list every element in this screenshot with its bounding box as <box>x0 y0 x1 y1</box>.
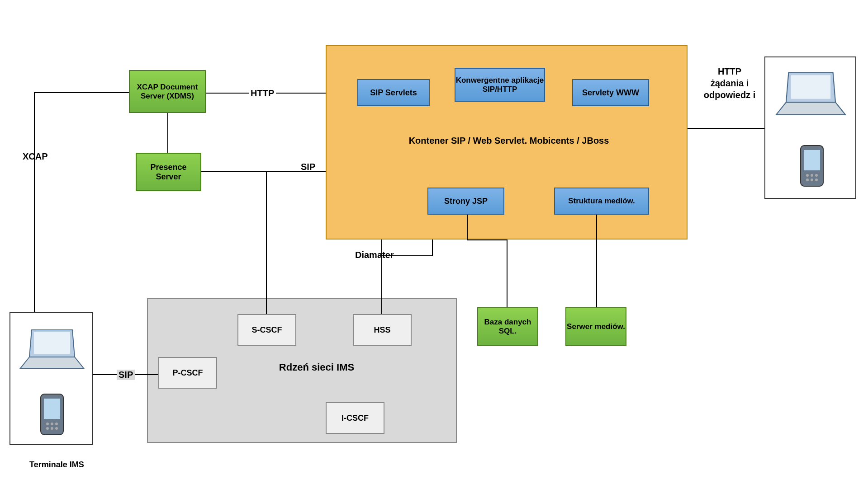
servlety-www-box: Servlety WWW <box>572 79 649 106</box>
http-zadania-label: HTTP żądania i odpowiedz i <box>700 66 759 101</box>
connector <box>467 215 468 240</box>
svg-point-7 <box>51 427 53 430</box>
svg-point-5 <box>55 423 58 425</box>
connector <box>467 240 507 240</box>
struktura-mediow-box: Struktura mediów. <box>554 188 649 215</box>
svg-point-6 <box>46 427 49 430</box>
svg-point-3 <box>46 423 49 425</box>
connector <box>167 113 168 153</box>
sip-servlets-label: SIP Servlets <box>370 88 417 98</box>
svg-rect-11 <box>804 150 820 170</box>
connector <box>688 128 764 129</box>
presence-server-box: Presence Server <box>136 153 201 191</box>
svg-point-8 <box>55 427 58 430</box>
connector <box>432 240 433 255</box>
svg-point-17 <box>815 179 818 181</box>
svg-point-14 <box>815 174 818 177</box>
s-cscf-label: S-CSCF <box>252 325 282 335</box>
struktura-mediow-label: Struktura mediów. <box>568 197 635 206</box>
hss-box: HSS <box>353 314 412 346</box>
connector <box>34 92 129 93</box>
svg-point-16 <box>811 179 813 181</box>
xcap-server-label: XCAP Document Server (XDMS) <box>130 83 205 101</box>
http-label: HTTP <box>249 88 276 99</box>
sip2-label: SIP <box>117 370 135 380</box>
diamater-label: Diamater <box>355 250 394 260</box>
konwergentne-label: Konwergentne aplikacje SIP/HTTP <box>455 76 544 94</box>
p-cscf-label: P-CSCF <box>173 368 203 378</box>
hss-label: HSS <box>374 325 390 335</box>
presence-server-label: Presence Server <box>137 163 200 182</box>
serwer-mediow-box: Serwer mediów. <box>565 307 626 346</box>
strony-jsp-box: Strony JSP <box>427 188 504 215</box>
laptop-icon-right <box>773 68 848 122</box>
i-cscf-box: I-CSCF <box>326 402 384 434</box>
phone-icon-right <box>798 145 825 188</box>
servlety-www-label: Servlety WWW <box>582 88 639 98</box>
svg-point-12 <box>806 174 809 177</box>
svg-rect-2 <box>44 399 60 419</box>
svg-point-4 <box>51 423 53 425</box>
connector <box>266 171 267 314</box>
xcap-label: XCAP <box>23 151 48 162</box>
sip-label: SIP <box>301 162 315 172</box>
strony-jsp-label: Strony JSP <box>444 197 488 206</box>
konwergentne-box: Konwergentne aplikacje SIP/HTTP <box>455 68 545 102</box>
baza-danych-label: Baza danych SQL. <box>478 318 537 336</box>
connector <box>34 93 35 312</box>
connector <box>507 240 508 307</box>
s-cscf-box: S-CSCF <box>237 314 296 346</box>
p-cscf-box: P-CSCF <box>158 357 217 389</box>
svg-point-15 <box>806 179 809 181</box>
i-cscf-label: I-CSCF <box>342 413 369 423</box>
terminale-ims-label: Terminale IMS <box>29 460 84 470</box>
baza-danych-box: Baza danych SQL. <box>477 307 538 346</box>
sip-servlets-box: SIP Servlets <box>357 79 430 106</box>
svg-point-13 <box>811 174 813 177</box>
connector <box>596 215 597 307</box>
laptop-icon <box>18 325 86 375</box>
xcap-server-box: XCAP Document Server (XDMS) <box>129 70 206 113</box>
kontener-label: Kontener SIP / Web Servlet. Mobicents / … <box>389 136 629 146</box>
svg-rect-9 <box>791 75 830 99</box>
serwer-mediow-label: Serwer mediów. <box>567 322 625 331</box>
svg-rect-0 <box>34 332 70 354</box>
phone-icon <box>38 393 66 436</box>
rdzen-label: Rdzeń sieci IMS <box>267 362 366 373</box>
